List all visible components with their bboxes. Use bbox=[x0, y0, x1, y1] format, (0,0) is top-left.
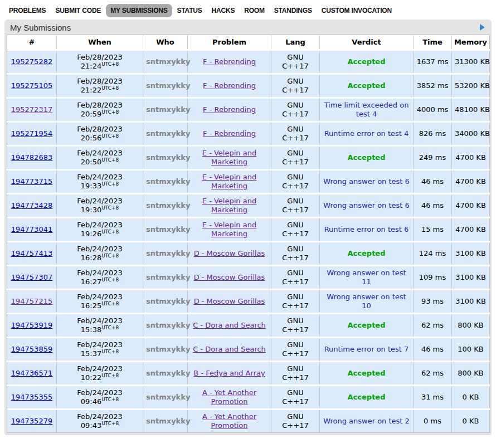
submission-id-link[interactable]: 194753919 bbox=[11, 321, 52, 329]
memory-cell: 0 KB bbox=[452, 386, 490, 410]
column-header: Problem bbox=[188, 35, 271, 50]
submission-id-link[interactable]: 194735279 bbox=[11, 417, 52, 425]
problem-link[interactable]: A - Yet Another Promotion bbox=[202, 412, 256, 430]
submission-id-link[interactable]: 194753859 bbox=[11, 345, 52, 353]
problem-link[interactable]: F - Rebrending bbox=[203, 57, 256, 66]
column-header: Memory bbox=[452, 35, 490, 50]
timezone-label: UTC+8 bbox=[101, 85, 119, 91]
table-row: 195272317 Feb/28/2023 20:59UTC+8 sntmxyk… bbox=[7, 98, 490, 122]
timezone-label: UTC+8 bbox=[101, 325, 119, 330]
submission-date: Feb/28/2023 bbox=[60, 77, 140, 86]
who-cell: sntmxykky bbox=[143, 122, 188, 146]
column-header: Verdict bbox=[320, 35, 414, 50]
verdict-text: Accepted bbox=[348, 393, 386, 401]
verdict-cell: Wrong answer on test 10 bbox=[320, 290, 414, 314]
lang-cell: GNU C++17 bbox=[271, 266, 320, 290]
username: sntmxykky bbox=[146, 129, 190, 138]
memory-cell: 3100 KB bbox=[452, 290, 490, 314]
timezone-label: UTC+8 bbox=[101, 397, 119, 402]
problem-link[interactable]: E - Velepin and Marketing bbox=[202, 197, 256, 214]
problem-link[interactable]: F - Rebrending bbox=[203, 105, 256, 114]
time-cell: 124 ms bbox=[414, 242, 452, 266]
submission-id-link[interactable]: 194773715 bbox=[11, 177, 52, 186]
when-cell: Feb/24/2023 09:46UTC+8 bbox=[57, 386, 143, 410]
table-row: 194773041 Feb/24/2023 19:26UTC+8 sntmxyk… bbox=[7, 218, 490, 242]
problem-link[interactable]: E - Velepin and Marketing bbox=[202, 173, 256, 190]
submission-id-link[interactable]: 194736571 bbox=[11, 369, 52, 377]
problem-link[interactable]: E - Velepin and Marketing bbox=[202, 221, 256, 238]
memory-cell: 4700 KB bbox=[452, 218, 490, 242]
submission-id-link[interactable]: 195272317 bbox=[11, 105, 52, 114]
username: sntmxykky bbox=[146, 297, 190, 305]
top-nav: PROBLEMSSUBMIT CODEMY SUBMISSIONSSTATUSH… bbox=[0, 0, 496, 20]
table-row: 195275105 Feb/28/2023 21:22UTC+8 sntmxyk… bbox=[7, 74, 490, 98]
submission-id-link[interactable]: 194757413 bbox=[11, 249, 52, 257]
problem-link[interactable]: C - Dora and Search bbox=[193, 345, 266, 353]
nav-tab[interactable]: ROOM bbox=[240, 4, 269, 17]
submission-id-link[interactable]: 195271954 bbox=[11, 129, 52, 138]
who-cell: sntmxykky bbox=[143, 362, 188, 386]
submission-id-link[interactable]: 195275282 bbox=[11, 57, 52, 66]
submission-id-link[interactable]: 194757307 bbox=[11, 273, 52, 281]
username: sntmxykky bbox=[146, 249, 190, 257]
submissions-panel: My Submissions #WhenWhoProblemLangVerdic… bbox=[4, 20, 492, 435]
id-cell: 194757413 bbox=[7, 242, 57, 266]
time-cell: 15 ms bbox=[414, 218, 452, 242]
problem-link[interactable]: A - Yet Another Promotion bbox=[202, 388, 256, 406]
id-cell: 194757215 bbox=[7, 290, 57, 314]
memory-cell: 4700 KB bbox=[452, 170, 490, 194]
time-cell: 93 ms bbox=[414, 290, 452, 314]
problem-link[interactable]: F - Rebrending bbox=[203, 81, 256, 90]
verdict-cell: Accepted bbox=[320, 146, 414, 170]
who-cell: sntmxykky bbox=[143, 98, 188, 122]
username: sntmxykky bbox=[146, 417, 190, 425]
submission-time: 16:25UTC+8 bbox=[60, 301, 140, 310]
submission-id-link[interactable]: 195275105 bbox=[11, 81, 52, 90]
verdict-text: Wrong answer on test 2 bbox=[323, 417, 410, 425]
problem-link[interactable]: F - Rebrending bbox=[203, 129, 256, 138]
who-cell: sntmxykky bbox=[143, 338, 188, 362]
who-cell: sntmxykky bbox=[143, 170, 188, 194]
memory-cell: 100 KB bbox=[452, 338, 490, 362]
lang-cell: GNU C++17 bbox=[271, 218, 320, 242]
who-cell: sntmxykky bbox=[143, 410, 188, 433]
nav-tab[interactable]: MY SUBMISSIONS bbox=[106, 4, 172, 17]
verdict-text: Runtime error on test 7 bbox=[324, 345, 409, 353]
table-row: 194753919 Feb/24/2023 15:38UTC+8 sntmxyk… bbox=[7, 314, 490, 338]
nav-tab[interactable]: STANDINGS bbox=[270, 4, 317, 17]
nav-tab[interactable]: PROBLEMS bbox=[4, 4, 50, 17]
nav-tab[interactable]: STATUS bbox=[173, 4, 207, 17]
verdict-cell: Time limit exceeded on test 4 bbox=[320, 98, 414, 122]
lang-cell: GNU C++17 bbox=[271, 362, 320, 386]
when-cell: Feb/24/2023 09:43UTC+8 bbox=[57, 410, 143, 433]
who-cell: sntmxykky bbox=[143, 194, 188, 218]
problem-link[interactable]: D - Moscow Gorillas bbox=[194, 273, 265, 281]
problem-cell: F - Rebrending bbox=[188, 50, 271, 74]
nav-tab[interactable]: CUSTOM INVOCATION bbox=[317, 4, 396, 17]
timezone-label: UTC+8 bbox=[101, 157, 119, 163]
submission-id-link[interactable]: 194782683 bbox=[11, 153, 52, 162]
submission-id-link[interactable]: 194735355 bbox=[11, 393, 52, 401]
submission-id-link[interactable]: 194757215 bbox=[11, 297, 52, 305]
submission-date: Feb/24/2023 bbox=[60, 173, 140, 182]
nav-tab[interactable]: SUBMIT CODE bbox=[51, 4, 105, 17]
problem-link[interactable]: C - Dora and Search bbox=[193, 321, 266, 329]
expand-right-arrow-icon[interactable] bbox=[480, 24, 485, 31]
table-row: 195275282 Feb/28/2023 21:24UTC+8 sntmxyk… bbox=[7, 50, 490, 74]
problem-link[interactable]: D - Moscow Gorillas bbox=[194, 249, 265, 257]
verdict-text: Wrong answer on test 10 bbox=[327, 293, 406, 310]
verdict-cell: Accepted bbox=[320, 362, 414, 386]
when-cell: Feb/28/2023 21:24UTC+8 bbox=[57, 50, 143, 74]
problem-link[interactable]: E - Velepin and Marketing bbox=[202, 149, 256, 166]
submission-id-link[interactable]: 194773428 bbox=[11, 201, 52, 210]
submission-time: 20:59UTC+8 bbox=[60, 110, 140, 119]
submission-id-link[interactable]: 194773041 bbox=[11, 225, 52, 233]
problem-link[interactable]: B - Fedya and Array bbox=[193, 369, 265, 377]
problem-cell: C - Dora and Search bbox=[188, 338, 271, 362]
submission-date: Feb/24/2023 bbox=[60, 269, 140, 277]
memory-cell: 48100 KB bbox=[452, 98, 490, 122]
verdict-cell: Runtime error on test 7 bbox=[320, 338, 414, 362]
problem-link[interactable]: D - Moscow Gorillas bbox=[194, 297, 265, 305]
nav-tab[interactable]: HACKS bbox=[207, 4, 240, 17]
when-cell: Feb/24/2023 16:25UTC+8 bbox=[57, 290, 143, 314]
